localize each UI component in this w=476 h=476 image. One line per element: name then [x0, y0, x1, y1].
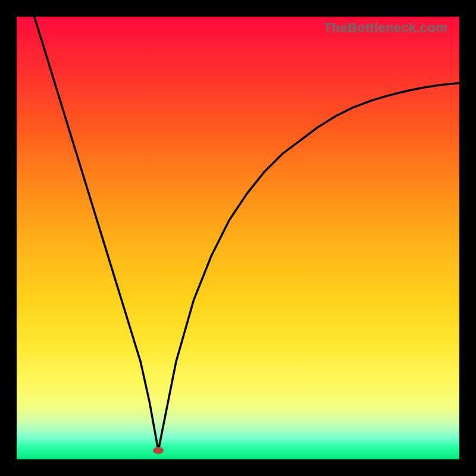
curve-svg: [17, 17, 459, 459]
optimal-point-marker: [153, 447, 164, 454]
plot-area: TheBottleneck.com: [17, 17, 459, 459]
chart-frame: TheBottleneck.com: [0, 0, 476, 476]
bottleneck-curve: [35, 17, 459, 450]
